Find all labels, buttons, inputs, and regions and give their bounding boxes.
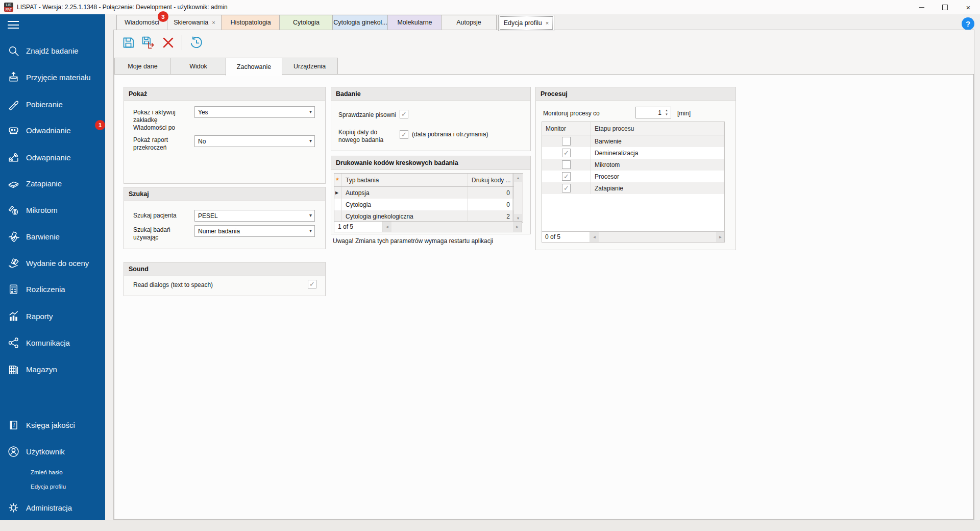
sidebar-item-mikrotom[interactable]: Mikrotom	[7, 203, 58, 216]
spin-up-icon[interactable]: ▲	[664, 109, 670, 112]
column-header-monitor[interactable]: Monitor	[542, 122, 591, 135]
subtab-label: Urządzenia	[293, 63, 326, 70]
sidebar-item-przyjecie-materialu[interactable]: Przyjęcie materiału	[7, 70, 91, 84]
close-button[interactable]: ×	[957, 0, 980, 14]
save-icon	[121, 36, 135, 50]
horizontal-scrollbar[interactable]: ◄ ►	[383, 222, 522, 232]
sidebar-item-uzytkownik[interactable]: Użytkownik	[7, 445, 65, 458]
panel-title: Sound	[129, 266, 149, 273]
tab-autopsje[interactable]: Autopsje	[441, 15, 497, 30]
sidebar-link-zmien-haslo[interactable]: Zmień hasło	[31, 469, 63, 475]
sidebar-item-label: Magazyn	[26, 365, 57, 374]
subtab-label: Widok	[189, 63, 207, 70]
checkbox-monitor[interactable]	[562, 160, 571, 169]
tab-label: Cytologia	[293, 19, 320, 26]
page-right-icon[interactable]: ►	[716, 232, 725, 242]
tab-skierowania[interactable]: Skierowania ×	[167, 15, 222, 30]
main-frame: Moje dane Widok Zachowanie Urządzenia Po…	[113, 30, 974, 520]
table-row[interactable]: ✓ Zatapianie	[542, 182, 724, 194]
sidebar-item-rozliczenia[interactable]: Rozliczenia	[7, 282, 65, 296]
checkbox-sprawdzanie-pisowni[interactable]: ✓	[400, 110, 408, 118]
sidebar-item-ksiega-jakosci[interactable]: i Księga jakości	[7, 418, 75, 431]
panel-drukowanie-header: Drukowanie kodów kreskowych badania	[331, 156, 530, 170]
sidebar-item-pobieranie[interactable]: Pobieranie	[7, 98, 63, 111]
pager-label: 0 of 5	[542, 232, 590, 242]
save-and-close-button[interactable]	[140, 35, 156, 50]
dropdown-value: Numer badania	[198, 228, 240, 235]
history-button[interactable]	[188, 35, 204, 50]
table-row[interactable]: ✓ Procesor	[542, 171, 724, 182]
table-row[interactable]: Barwienie	[542, 135, 724, 147]
sidebar-item-odwadnianie[interactable]: Odwadnianie 1	[7, 124, 71, 137]
sidebar-item-komunikacja[interactable]: Komunikacja	[7, 336, 70, 349]
sidebar-item-wydanie-do-oceny[interactable]: Wydanie do oceny	[7, 256, 89, 270]
dropdown-szukaj-pacjenta[interactable]: PESEL ▾	[194, 210, 315, 222]
table-row[interactable]: ✓ Demineralizacja	[542, 147, 724, 159]
table-row[interactable]: Cytologia 0	[334, 199, 523, 210]
field-label-read-dialogs: Read dialogs (text to speach)	[133, 281, 213, 289]
subtab-zachowanie[interactable]: Zachowanie	[226, 58, 282, 76]
sidebar-item-magazyn[interactable]: Magazyn	[7, 363, 57, 376]
sidebar-item-zatapianie[interactable]: Zatapianie	[7, 177, 62, 190]
sidebar-item-odwapnianie[interactable]: Odwapnianie	[7, 151, 71, 164]
checkbox-kopiuj-daty[interactable]: ✓	[400, 130, 408, 139]
scroll-up-icon[interactable]: ▲	[514, 174, 522, 182]
odwadnianie-badge: 1	[95, 120, 105, 130]
subtab-urzadzenia[interactable]: Urządzenia	[281, 58, 338, 75]
tab-cytologia-ginekologiczna[interactable]: Cytologia ginekol...	[332, 15, 388, 30]
interval-spinner[interactable]: 1 ▲ ▼	[635, 107, 671, 118]
cell-typ-badania: Autopsja	[342, 187, 468, 199]
table-row[interactable]: Mikrotom	[542, 159, 724, 171]
vertical-scrollbar[interactable]: ▲ ▼	[513, 174, 523, 222]
checkbox-monitor[interactable]: ✓	[562, 149, 571, 157]
checkbox-read-dialogs[interactable]: ✓	[308, 280, 316, 288]
sidebar-link-edycja-profilu[interactable]: Edycja profilu	[31, 484, 66, 490]
sidebar-item-barwienie[interactable]: Barwienie	[7, 230, 60, 243]
page-left-icon[interactable]: ◄	[590, 232, 599, 242]
sidebar-item-raporty[interactable]: Raporty	[7, 309, 53, 323]
cancel-button[interactable]	[160, 35, 176, 50]
subtab-widok[interactable]: Widok	[170, 58, 227, 75]
checkbox-monitor[interactable]	[562, 137, 571, 146]
tab-molekularne[interactable]: Molekularne	[387, 15, 442, 30]
checkbox-monitor[interactable]: ✓	[562, 184, 571, 192]
table-row[interactable]: ▶ Autopsja 0	[334, 187, 523, 199]
dropdown-pokaz-raport[interactable]: No ▾	[194, 135, 315, 147]
tab-edycja-profilu[interactable]: Edycja profilu ×	[498, 15, 554, 31]
sidebar-item-znajdz-badanie[interactable]: Znajdź badanie	[7, 44, 79, 57]
save-button[interactable]	[120, 35, 136, 50]
checkbox-monitor[interactable]: ✓	[562, 172, 571, 181]
table-row[interactable]: Cytologia ginekologiczna 2	[334, 210, 523, 222]
subtab-moje-dane[interactable]: Moje dane	[114, 58, 171, 75]
spin-down-icon[interactable]: ▼	[664, 113, 670, 116]
column-header-etapu-procesu[interactable]: Etapu procesu	[591, 122, 723, 135]
gear-icon	[7, 501, 20, 514]
tab-close-icon[interactable]: ×	[212, 19, 215, 26]
tab-cytologia[interactable]: Cytologia	[279, 15, 333, 30]
page-left-icon[interactable]: ◄	[383, 222, 391, 232]
dropdown-value: PESEL	[198, 212, 218, 220]
quality-book-icon: i	[7, 419, 20, 431]
panel-procesuj-header: Procesuj	[536, 87, 736, 101]
minimize-button[interactable]	[910, 0, 933, 14]
dropdown-szukaj-badan[interactable]: Numer badania ▾	[194, 225, 315, 237]
cell-typ-badania: Cytologia ginekologiczna	[342, 210, 468, 222]
page-right-icon[interactable]: ►	[513, 222, 522, 232]
column-header-typ-badania[interactable]: Typ badania	[342, 174, 468, 186]
tab-histopatologia[interactable]: Histopatologia	[221, 15, 280, 30]
subtab-label: Zachowanie	[237, 63, 271, 70]
column-header-drukuj-kody[interactable]: Drukuj kody ...	[468, 174, 513, 186]
tab-close-icon[interactable]: ×	[546, 20, 549, 26]
cell-monitor: ✓	[542, 147, 591, 159]
restore-button[interactable]	[933, 0, 957, 14]
horizontal-scrollbar[interactable]: ◄ ►	[590, 232, 725, 242]
process-grid-pager: 0 of 5 ◄ ►	[542, 231, 725, 243]
field-note-kopiuj-daty: (data pobrania i otrzymania)	[412, 131, 488, 138]
field-label-kopiuj-daty: Kopiuj daty do nowego badania	[338, 129, 396, 144]
help-button[interactable]: ?	[962, 17, 974, 30]
sidebar-item-administracja[interactable]: Administracja	[7, 501, 72, 514]
tab-wiadomosci[interactable]: Wiadomości 3	[116, 15, 167, 30]
search-icon	[7, 44, 20, 57]
dropdown-pokaz-zakladke[interactable]: Yes ▾	[194, 106, 315, 118]
hamburger-menu-button[interactable]	[8, 21, 19, 29]
